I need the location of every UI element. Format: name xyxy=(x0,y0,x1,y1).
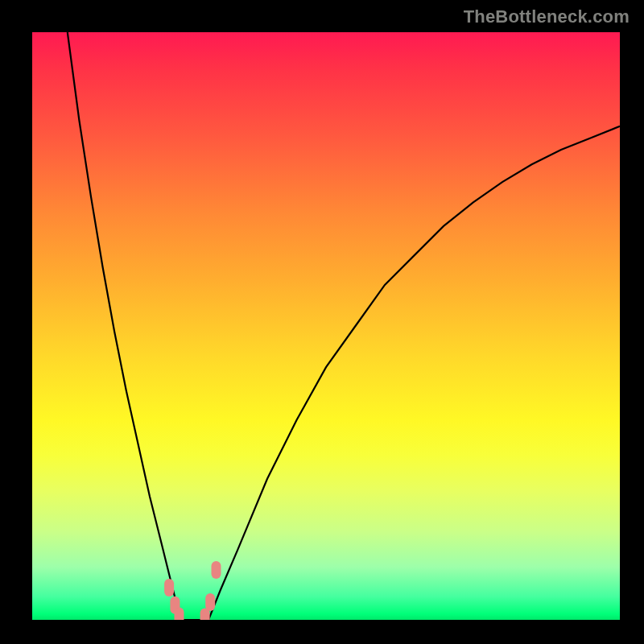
bottleneck-curve xyxy=(32,32,620,620)
basin-marker xyxy=(175,608,184,620)
curve-path xyxy=(68,32,620,620)
watermark-text: TheBottleneck.com xyxy=(464,6,630,27)
chart-frame: TheBottleneck.com xyxy=(0,0,644,644)
basin-marker xyxy=(205,593,215,611)
basin-marker xyxy=(212,561,221,579)
plot-area xyxy=(32,32,620,620)
basin-marker xyxy=(164,579,174,597)
